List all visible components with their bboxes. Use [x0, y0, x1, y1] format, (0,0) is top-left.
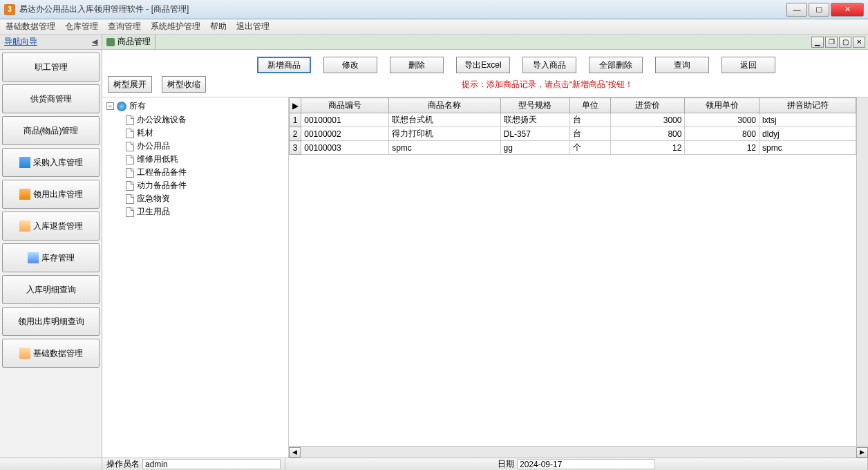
inner-close-button[interactable]: ✕: [853, 37, 865, 48]
cell[interactable]: 00100003: [301, 141, 389, 155]
menu-basic-data[interactable]: 基础数据管理: [6, 21, 55, 32]
edit-button[interactable]: 修改: [323, 57, 377, 73]
chevron-left-icon[interactable]: ◀: [92, 37, 97, 46]
tree-item[interactable]: 动力备品备件: [126, 179, 284, 192]
cell[interactable]: DL-357: [500, 127, 569, 141]
query-button[interactable]: 查询: [655, 57, 709, 73]
menu-query[interactable]: 查询管理: [108, 21, 141, 32]
delete-all-button[interactable]: 全部删除: [589, 57, 643, 73]
document-icon: [126, 142, 134, 151]
tree-root-label: 所有: [129, 100, 146, 112]
sidebar-item-label: 采购入库管理: [33, 157, 83, 169]
sidebar-item-return[interactable]: 入库退货管理: [2, 212, 100, 241]
nav-wizard-link[interactable]: 导航向导 ◀: [0, 35, 102, 49]
table-row[interactable]: 200100002得力打印机DL-357台800800dldyj: [290, 127, 856, 141]
sidebar-item-purchase-in[interactable]: 采购入库管理: [2, 148, 100, 177]
sidebar-item-out-detail[interactable]: 领用出库明细查询: [2, 307, 100, 336]
tree-item[interactable]: 维修用低耗: [126, 153, 284, 166]
scroll-right-button[interactable]: ▶: [856, 447, 868, 458]
menubar: 基础数据管理 仓库管理 查询管理 系统维护管理 帮助 退出管理: [0, 19, 868, 35]
cell[interactable]: 800: [685, 127, 760, 141]
import-product-button[interactable]: 导入商品: [522, 57, 576, 73]
operator-field[interactable]: [142, 459, 281, 469]
cell[interactable]: 3000: [610, 113, 685, 127]
sidebar-item-in-detail[interactable]: 入库明细查询: [2, 275, 100, 304]
cell[interactable]: dldyj: [760, 127, 856, 141]
tree-item[interactable]: 办公设施设备: [126, 113, 284, 126]
maximize-button[interactable]: ▢: [809, 3, 829, 17]
column-header[interactable]: 型号规格: [500, 98, 569, 113]
table-row[interactable]: 300100003spmcgg个1212spmc: [290, 141, 856, 155]
tree-collapse-icon[interactable]: −: [106, 102, 114, 110]
export-excel-button[interactable]: 导出Excel: [456, 57, 510, 73]
document-icon: [126, 168, 134, 178]
menu-system[interactable]: 系统维护管理: [151, 21, 200, 32]
minimize-button[interactable]: —: [786, 3, 807, 17]
column-header[interactable]: 商品名称: [389, 98, 500, 113]
out-icon: [19, 189, 30, 200]
inner-minimize-button[interactable]: ▁: [811, 37, 824, 48]
cell[interactable]: 联想台式机: [389, 113, 500, 127]
cell[interactable]: lxtsj: [760, 113, 856, 127]
cell[interactable]: 12: [685, 141, 760, 155]
tree-item[interactable]: 工程备品备件: [126, 166, 284, 179]
date-field[interactable]: [517, 459, 655, 469]
date-label: 日期: [498, 458, 514, 470]
tree-item[interactable]: 卫生用品: [126, 205, 284, 218]
tree-item[interactable]: 办公用品: [126, 140, 284, 153]
column-header[interactable]: 商品编号: [301, 98, 389, 113]
inner-tab-product-mgmt[interactable]: 商品管理: [102, 35, 155, 49]
menu-help[interactable]: 帮助: [210, 21, 227, 32]
add-product-button[interactable]: 新增商品: [257, 57, 311, 73]
sidebar-item-label: 入库明细查询: [26, 284, 76, 296]
tree-root[interactable]: − 所有: [106, 100, 284, 112]
tree-collapse-button[interactable]: 树型收缩: [162, 76, 206, 93]
column-header[interactable]: 拼音助记符: [760, 98, 856, 113]
cell[interactable]: 得力打印机: [389, 127, 500, 141]
cell[interactable]: 800: [610, 127, 685, 141]
cell[interactable]: 台: [569, 127, 610, 141]
cell[interactable]: spmc: [760, 141, 856, 155]
hint-text: 提示：添加商品记录，请点击“新增商品”按钮！: [462, 79, 633, 89]
sidebar-item-employee[interactable]: 职工管理: [2, 53, 100, 82]
horizontal-scrollbar[interactable]: ◀ ▶: [289, 446, 868, 458]
sidebar-item-product[interactable]: 商品(物品)管理: [2, 116, 100, 145]
cell[interactable]: 12: [610, 141, 685, 155]
cell[interactable]: 联想扬天: [500, 113, 569, 127]
tree-item-label: 工程备品备件: [137, 167, 187, 178]
cell[interactable]: gg: [500, 141, 569, 155]
column-header[interactable]: 进货价: [610, 98, 685, 113]
sidebar-item-label: 领用出库管理: [33, 189, 83, 200]
sidebar-item-stock[interactable]: 库存管理: [2, 243, 100, 272]
tab-icon: [106, 38, 115, 46]
vertical-scrollbar[interactable]: [856, 97, 868, 446]
sidebar-item-label: 供货商管理: [30, 93, 72, 105]
inner-maximize-button[interactable]: ▢: [839, 37, 851, 48]
table-row[interactable]: 100100001联想台式机联想扬天台30003000lxtsj: [290, 113, 856, 127]
tree-item-label: 办公设施设备: [137, 114, 187, 126]
sidebar-item-basic-data[interactable]: 基础数据管理: [2, 339, 100, 368]
column-header[interactable]: 领用单价: [685, 98, 760, 113]
menu-exit[interactable]: 退出管理: [236, 21, 270, 32]
tree-expand-button[interactable]: 树型展开: [108, 76, 152, 93]
tree-item[interactable]: 耗材: [126, 126, 284, 140]
cell[interactable]: 00100001: [301, 113, 389, 127]
tree-item[interactable]: 应急物资: [126, 192, 284, 205]
cell[interactable]: 台: [569, 113, 610, 127]
product-grid[interactable]: ▶商品编号商品名称型号规格单位进货价领用单价拼音助记符 100100001联想台…: [289, 97, 856, 155]
sidebar-item-label: 领用出库明细查询: [18, 316, 84, 328]
back-button[interactable]: 返回: [721, 57, 775, 73]
sidebar-item-supplier[interactable]: 供货商管理: [2, 84, 100, 113]
cell[interactable]: 3000: [685, 113, 760, 127]
cell[interactable]: 个: [569, 141, 610, 155]
delete-button[interactable]: 删除: [390, 57, 444, 73]
cell[interactable]: spmc: [389, 141, 500, 155]
inner-restore-button[interactable]: ❐: [825, 37, 838, 48]
column-header[interactable]: 单位: [569, 98, 610, 113]
cell[interactable]: 00100002: [301, 127, 389, 141]
main-area: 职工管理 供货商管理 商品(物品)管理 采购入库管理 领用出库管理 入库退货管理…: [0, 50, 868, 458]
close-button[interactable]: ✕: [831, 3, 864, 17]
scroll-left-button[interactable]: ◀: [289, 447, 301, 458]
sidebar-item-issue-out[interactable]: 领用出库管理: [2, 180, 100, 209]
menu-warehouse[interactable]: 仓库管理: [65, 21, 98, 32]
